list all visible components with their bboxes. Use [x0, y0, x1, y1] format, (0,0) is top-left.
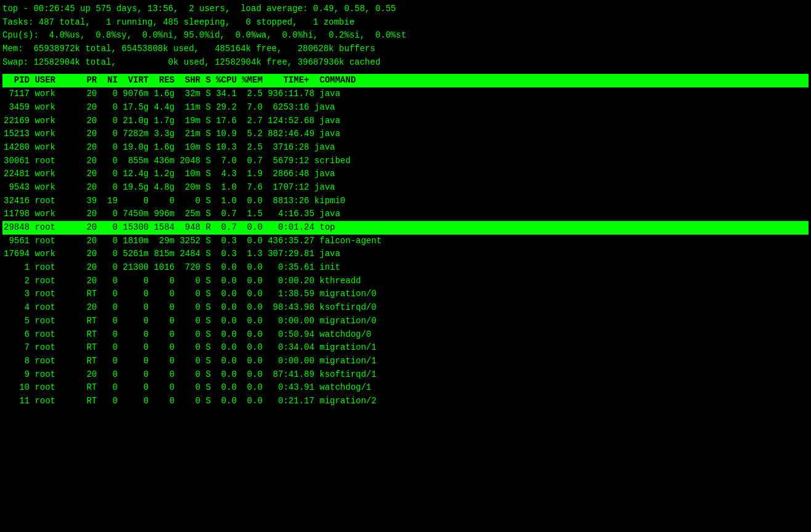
header-line-3: Cpu(s): 4.0%us, 0.8%sy, 0.0%ni, 95.0%id,…	[2, 29, 809, 42]
process-table: 7117 work 20 0 9076m 1.6g 32m S 34.1 2.5…	[2, 87, 809, 408]
table-row: 17694 work 20 0 5261m 815m 2484 S 0.3 1.…	[2, 248, 809, 261]
table-row: 6 root RT 0 0 0 0 S 0.0 0.0 0:50.94 watc…	[2, 328, 809, 342]
header-line-5: Swap: 12582904k total, 0k used, 12582904…	[2, 56, 809, 70]
table-row: 2 root 20 0 0 0 0 S 0.0 0.0 0:00.20 kthr…	[2, 275, 809, 288]
table-row: 11 root RT 0 0 0 0 S 0.0 0.0 0:21.17 mig…	[2, 395, 809, 408]
table-row: 9543 work 20 0 19.5g 4.8g 20m S 1.0 7.6 …	[2, 181, 809, 195]
table-row: 5 root RT 0 0 0 0 S 0.0 0.0 0:00.00 migr…	[2, 315, 809, 328]
table-row: 4 root 20 0 0 0 0 S 0.0 0.0 98:43.98 kso…	[2, 301, 809, 315]
table-row: 22169 work 20 0 21.0g 1.7g 19m S 17.6 2.…	[2, 115, 809, 128]
table-row: 11798 work 20 0 7450m 996m 25m S 0.7 1.5…	[2, 208, 809, 221]
table-row: 22481 work 20 0 12.4g 1.2g 10m S 4.3 1.9…	[2, 167, 809, 181]
table-row: 15213 work 20 0 7282m 3.3g 21m S 10.9 5.…	[2, 127, 809, 141]
table-row: 3 root RT 0 0 0 0 S 0.0 0.0 1:38.59 migr…	[2, 288, 809, 301]
header-line-2: Tasks: 487 total, 1 running, 485 sleepin…	[2, 16, 809, 30]
table-row: 7 root RT 0 0 0 0 S 0.0 0.0 0:34.04 migr…	[2, 341, 809, 355]
header-section: top - 00:26:45 up 575 days, 13:56, 2 use…	[2, 1, 809, 70]
table-row: 30061 root 20 0 855m 436m 2048 S 7.0 0.7…	[2, 155, 809, 168]
table-row: 3459 work 20 0 17.5g 4.4g 11m S 29.2 7.0…	[2, 101, 809, 115]
table-row: 10 root RT 0 0 0 0 S 0.0 0.0 0:43.91 wat…	[2, 381, 809, 395]
header-line-1: top - 00:26:45 up 575 days, 13:56, 2 use…	[2, 2, 809, 16]
table-row: 7117 work 20 0 9076m 1.6g 32m S 34.1 2.5…	[2, 87, 809, 101]
table-row: 32416 root 39 19 0 0 0 S 1.0 0.0 8813:26…	[2, 195, 809, 208]
table-row: 1 root 20 0 21300 1016 720 S 0.0 0.0 0:3…	[2, 261, 809, 275]
table-row: 29848 root 20 0 15300 1584 948 R 0.7 0.0…	[2, 221, 809, 235]
table-row: 9 root 20 0 0 0 0 S 0.0 0.0 87:41.89 kso…	[2, 368, 809, 382]
header-line-4: Mem: 65938972k total, 65453808k used, 48…	[2, 42, 809, 56]
table-header: PID USER PR NI VIRT RES SHR S %CPU %MEM …	[2, 74, 809, 87]
table-row: 9561 root 20 0 1810m 29m 3252 S 0.3 0.0 …	[2, 235, 809, 248]
table-row: 8 root RT 0 0 0 0 S 0.0 0.0 0:00.00 migr…	[2, 355, 809, 368]
table-row: 14280 work 20 0 19.0g 1.6g 10m S 10.3 2.…	[2, 141, 809, 155]
